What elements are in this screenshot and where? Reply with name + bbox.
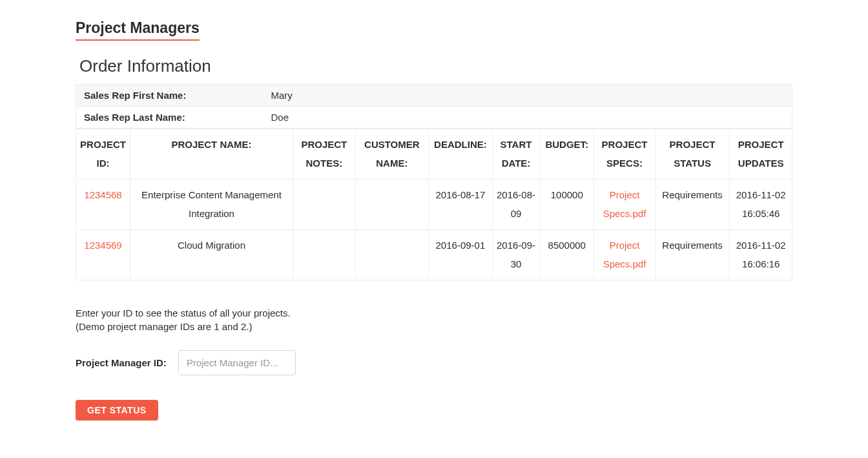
project-status-cell: Requirements	[655, 180, 730, 230]
col-project-id: PROJECT ID:	[76, 129, 130, 180]
sales-rep-first-name-row: Sales Rep First Name: Mary	[76, 85, 792, 107]
instructions-line1: Enter your ID to see the status of all y…	[76, 307, 291, 318]
sales-rep-last-name-label: Sales Rep Last Name:	[76, 107, 264, 129]
col-project-notes: PROJECT NOTES:	[293, 129, 356, 180]
deadline-cell: 2016-09-01	[429, 230, 493, 280]
sales-rep-last-name-value: Doe	[264, 107, 792, 129]
project-notes-cell	[293, 230, 356, 280]
page-title: Project Managers	[76, 19, 200, 41]
sales-rep-info-table: Sales Rep First Name: Mary Sales Rep Las…	[76, 84, 792, 129]
customer-name-cell	[355, 230, 428, 280]
projects-table: PROJECT ID: PROJECT NAME: PROJECT NOTES:…	[76, 129, 792, 280]
sales-rep-last-name-row: Sales Rep Last Name: Doe	[76, 107, 792, 129]
col-start-date: START DATE:	[492, 129, 540, 180]
budget-cell: 100000	[540, 180, 594, 230]
col-deadline: DEADLINE:	[429, 129, 493, 180]
project-id-link[interactable]: 1234569	[84, 240, 121, 251]
get-status-button[interactable]: GET STATUS	[76, 400, 158, 421]
col-customer-name: CUSTOMER NAME:	[355, 129, 428, 180]
instructions-line2: (Demo project manager IDs are 1 and 2.)	[76, 321, 252, 332]
project-updates-cell: 2016-11-02 16:06:16	[730, 230, 792, 280]
project-notes-cell	[293, 180, 356, 230]
deadline-cell: 2016-08-17	[429, 180, 493, 230]
pm-id-label: Project Manager ID:	[76, 357, 167, 368]
start-date-cell: 2016-09-30	[492, 230, 540, 280]
col-project-updates: PROJECT UPDATES	[730, 129, 792, 180]
project-name-cell: Cloud Migration	[130, 230, 293, 280]
budget-cell: 8500000	[540, 230, 594, 280]
col-project-status: PROJECT STATUS	[655, 129, 730, 180]
table-row: 1234569 Cloud Migration 2016-09-01 2016-…	[76, 230, 792, 280]
project-updates-cell: 2016-11-02 16:05:46	[730, 180, 792, 230]
table-row: 1234568 Enterprise Content Management In…	[76, 180, 792, 230]
col-project-specs: PROJECT SPECS:	[594, 129, 656, 180]
customer-name-cell	[355, 180, 428, 230]
pm-id-input[interactable]	[178, 350, 296, 375]
instructions-text: Enter your ID to see the status of all y…	[76, 306, 792, 333]
project-name-cell: Enterprise Content Management Integratio…	[130, 180, 293, 230]
project-specs-link[interactable]: Project Specs.pdf	[603, 240, 646, 269]
sales-rep-first-name-value: Mary	[264, 85, 792, 107]
project-id-link[interactable]: 1234568	[84, 189, 121, 200]
col-budget: BUDGET:	[540, 129, 594, 180]
table-header-row: PROJECT ID: PROJECT NAME: PROJECT NOTES:…	[76, 129, 792, 180]
project-specs-link[interactable]: Project Specs.pdf	[603, 189, 646, 219]
project-status-cell: Requirements	[655, 230, 730, 280]
start-date-cell: 2016-08-09	[492, 180, 540, 230]
sales-rep-first-name-label: Sales Rep First Name:	[76, 85, 264, 107]
section-title: Order Information	[79, 56, 792, 76]
col-project-name: PROJECT NAME:	[130, 129, 293, 180]
